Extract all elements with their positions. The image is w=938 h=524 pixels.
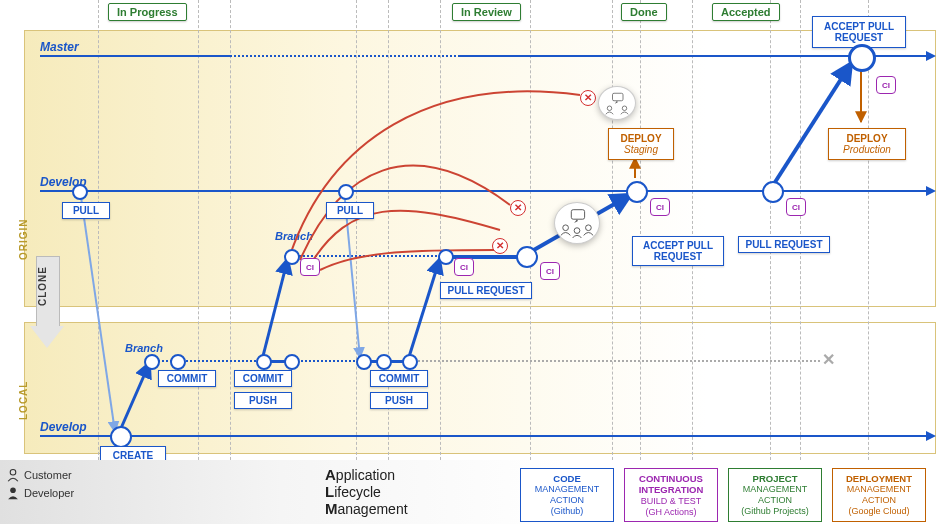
- developer-icon: [6, 486, 20, 500]
- node-branch-origin-1: [284, 249, 300, 265]
- master-line-1: [40, 55, 230, 57]
- accept-pull-request-master-label: ACCEPT PULL REQUEST: [818, 21, 900, 43]
- develop-local-label: Develop: [40, 420, 87, 434]
- legend-deploy: DEPLOYMENT MANAGEMENT ACTION (Google Clo…: [832, 468, 926, 522]
- commit-box-3: COMMIT: [370, 370, 428, 387]
- legend-dep-t: DEPLOYMENT: [839, 473, 919, 484]
- develop-local-arrowhead: [926, 431, 936, 441]
- develop-origin-arrowhead: [926, 186, 936, 196]
- legend-ci-t2: INTEGRATION: [631, 484, 711, 495]
- pull-box-1: PULL: [62, 202, 110, 219]
- stage-done: Done: [621, 3, 667, 21]
- develop-origin-line: [40, 190, 926, 192]
- roles-legend: Customer Developer: [6, 468, 74, 504]
- branch-local-gray: [410, 360, 820, 364]
- svg-point-13: [563, 225, 569, 231]
- branch-local-dot1: [150, 360, 260, 364]
- svg-rect-9: [613, 93, 624, 101]
- legend-ci-t: CONTINUOUS: [631, 473, 711, 484]
- ci-branch-2: CI: [454, 258, 474, 276]
- alm-l2: ifecycle: [334, 484, 381, 500]
- legend-proj-l3: (Github Projects): [735, 506, 815, 517]
- commit-box-2: COMMIT: [234, 370, 292, 387]
- review-develop: [554, 202, 600, 244]
- commit-box-1: COMMIT: [158, 370, 216, 387]
- node-local-branch-6: [376, 354, 392, 370]
- legend-project: PROJECT MANAGEMENT ACTION (Github Projec…: [728, 468, 822, 522]
- legend-dep-l3: (Google Cloud): [839, 506, 919, 517]
- deploy-prod-box: DEPLOY Production: [828, 128, 906, 160]
- node-develop-start: [72, 184, 88, 200]
- legend-code-l2: ACTION: [527, 495, 607, 506]
- legend-ci-l1: BUILD & TEST: [631, 496, 711, 507]
- alm-m: M: [325, 500, 338, 517]
- branch-origin-label: Branch: [275, 230, 313, 242]
- legend-code-t: CODE: [527, 473, 607, 484]
- deploy-staging-s: Staging: [624, 144, 658, 155]
- legend-proj-l2: ACTION: [735, 495, 815, 506]
- legend-dep-l2: ACTION: [839, 495, 919, 506]
- svg-point-15: [586, 225, 592, 231]
- deploy-staging-t: DEPLOY: [620, 133, 661, 144]
- alm-a: A: [325, 466, 336, 483]
- ci-master: CI: [876, 76, 896, 94]
- stage-accepted: Accepted: [712, 3, 780, 21]
- node-develop-pull2: [338, 184, 354, 200]
- svg-rect-12: [571, 210, 584, 220]
- legend-code-l3: (Github): [527, 506, 607, 517]
- clone-label: CLONE: [37, 266, 48, 306]
- footer: Customer Developer Application Lifecycle…: [0, 460, 938, 524]
- push-box-1: PUSH: [234, 392, 292, 409]
- svg-point-16: [10, 469, 16, 475]
- alm-title: Application Lifecycle Management: [325, 466, 408, 517]
- legend-code: CODE MANAGEMENT ACTION (Github): [520, 468, 614, 522]
- pull-request-box-1: PULL REQUEST: [440, 282, 532, 299]
- reject-master-icon: ✕: [580, 90, 596, 106]
- pull-box-2: PULL: [326, 202, 374, 219]
- stage-in-progress: In Progress: [108, 3, 187, 21]
- legend-proj-l1: MANAGEMENT: [735, 484, 815, 495]
- customer-label: Customer: [24, 469, 72, 481]
- node-branch-pr: [516, 246, 538, 268]
- review-master: [598, 86, 636, 120]
- master-label: Master: [40, 40, 79, 54]
- clone-arrow: CLONE: [30, 256, 64, 356]
- pull-request-box-2: PULL REQUEST: [738, 236, 830, 253]
- alm-l: L: [325, 483, 334, 500]
- node-local-develop-start: [110, 426, 132, 448]
- deploy-prod-t: DEPLOY: [846, 133, 887, 144]
- alm-a2: pplication: [336, 467, 395, 483]
- master-arrowhead: [926, 51, 936, 61]
- deploy-prod-s: Production: [843, 144, 891, 155]
- alm-m2: anagement: [338, 501, 408, 517]
- developer-label: Developer: [24, 487, 74, 499]
- legend-ci-l2: (GH Actions): [631, 507, 711, 518]
- svg-point-14: [574, 228, 580, 234]
- svg-point-10: [607, 106, 612, 111]
- stage-in-review: In Review: [452, 3, 521, 21]
- deploy-staging-box: DEPLOY Staging: [608, 128, 674, 160]
- push-box-2: PUSH: [370, 392, 428, 409]
- branch-local-label: Branch: [125, 342, 163, 354]
- legend-ci: CONTINUOUS INTEGRATION BUILD & TEST (GH …: [624, 468, 718, 522]
- node-local-branch-7: [402, 354, 418, 370]
- ci-develop-1: CI: [650, 198, 670, 216]
- legend-proj-t: PROJECT: [735, 473, 815, 484]
- svg-point-11: [622, 106, 627, 111]
- node-develop-pr: [762, 181, 784, 203]
- develop-local-line: [40, 435, 926, 437]
- ci-develop-2: CI: [786, 198, 806, 216]
- origin-label: ORIGIN: [18, 218, 29, 260]
- branch-local-end-x: ✕: [822, 350, 835, 369]
- node-local-branch-4: [284, 354, 300, 370]
- ci-branch-1: CI: [300, 258, 320, 276]
- svg-point-17: [10, 487, 16, 493]
- node-master-accept: [848, 44, 876, 72]
- accept-pull-request-develop: ACCEPT PULL REQUEST: [632, 236, 724, 266]
- ci-branch-3: CI: [540, 262, 560, 280]
- customer-icon: [6, 468, 20, 482]
- legend-code-l1: MANAGEMENT: [527, 484, 607, 495]
- accept-pr-develop-label: ACCEPT PULL REQUEST: [638, 240, 718, 262]
- reject-branch-icon: ✕: [492, 238, 508, 254]
- node-local-branch-5: [356, 354, 372, 370]
